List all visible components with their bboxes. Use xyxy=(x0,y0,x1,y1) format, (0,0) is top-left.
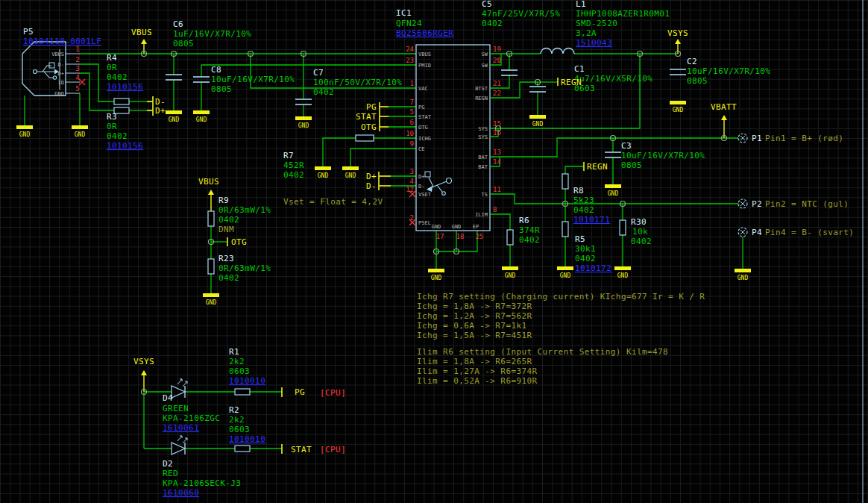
p4-note: Pin4 = B- (svart) xyxy=(765,228,854,237)
component-value: RED xyxy=(163,469,178,478)
pin-number: 10 xyxy=(406,130,414,137)
component-ref: P4 xyxy=(752,228,762,237)
part-number-link[interactable]: 1010156 xyxy=(107,82,143,92)
resistor-body[interactable] xyxy=(562,222,568,237)
resistor-body[interactable] xyxy=(507,230,513,245)
comment-text: Ilim = 0,52A -> R6=910R xyxy=(417,376,538,386)
schematic-sheet[interactable]: GNDGNDGNDGNDGNDGNDGNDGNDGNDGNDGNDGNDGNDG… xyxy=(0,0,868,503)
pin-name: SYS xyxy=(478,134,488,140)
pin-name: PSEL xyxy=(418,220,431,226)
gnd-symbol: GND xyxy=(203,293,219,306)
component-value: GREEN xyxy=(163,404,189,413)
p1-note: Pin1 = B+ (rød) xyxy=(765,134,843,143)
pin-number: 11 xyxy=(493,186,501,193)
net-label: OTG xyxy=(231,237,247,247)
ic1-partnumber[interactable]: BQ25606RGER xyxy=(396,28,453,38)
component-value: 0402 xyxy=(218,273,239,283)
gnd-symbol: GND xyxy=(342,166,359,179)
component-value: 47nF/25V/X7R/5% xyxy=(482,9,560,19)
component-ref: C8 xyxy=(211,65,221,75)
schematic-canvas[interactable]: GNDGNDGNDGNDGNDGNDGNDGNDGNDGNDGNDGNDGNDG… xyxy=(0,0,868,503)
gnd-label: GND xyxy=(75,131,86,138)
component-ref: R8 xyxy=(573,186,584,196)
net-label: PG xyxy=(366,102,377,112)
led-symbol[interactable] xyxy=(172,379,187,398)
gnd-symbol: GND xyxy=(614,266,631,279)
pin-name: ICHG xyxy=(418,136,431,142)
component-value: 0R/63mW/1% xyxy=(218,263,271,273)
led-symbol[interactable] xyxy=(172,436,187,454)
net-label: VSYS xyxy=(133,357,154,366)
component-value: 4u7/16V/X5R/10% xyxy=(574,74,652,84)
net-label: STAT xyxy=(291,445,312,454)
pin-name: GND xyxy=(432,224,441,230)
part-number-link[interactable]: 1010172 xyxy=(575,263,611,273)
part-number-link[interactable]: 1010010 xyxy=(229,434,265,444)
resistor-body[interactable] xyxy=(235,446,250,452)
gnd-symbol: GND xyxy=(166,110,182,123)
component-value: 2k2 xyxy=(229,415,245,425)
component-value: 0603 xyxy=(229,425,250,434)
pin-number: 25 xyxy=(476,233,484,240)
component-ref: R1 xyxy=(229,347,239,357)
gnd-bar xyxy=(614,266,631,270)
gnd-label: GND xyxy=(673,107,684,113)
component-value: 3,2A xyxy=(576,28,597,38)
power-arrow xyxy=(675,39,681,44)
p5-partnumber[interactable]: 10104110-0001LF xyxy=(23,37,101,46)
net-label: VBUS xyxy=(198,177,219,187)
inductor-body[interactable] xyxy=(541,49,574,54)
part-number-link[interactable]: 1610061 xyxy=(163,423,199,433)
comment-text: Ichg = 1,5A -> R7=451R xyxy=(417,331,532,340)
resistor-body[interactable] xyxy=(235,389,250,395)
ichg-note: Ichg R7 setting (Charging current) KIchg… xyxy=(417,292,705,302)
resistor-body[interactable] xyxy=(114,99,129,104)
resistor-body[interactable] xyxy=(208,259,214,274)
component-value: 0805 xyxy=(687,76,708,86)
power-arrow xyxy=(141,39,147,44)
component-value: 374R xyxy=(519,225,540,235)
comment-text: Ilim = 1,27A -> R6=374R xyxy=(417,366,538,376)
usb-icon xyxy=(34,70,37,74)
resistor-body[interactable] xyxy=(620,220,626,235)
usb-connector-body[interactable] xyxy=(22,42,66,96)
gnd-symbol: GND xyxy=(315,166,331,179)
gnd-label: GND xyxy=(617,272,629,279)
power-flag xyxy=(141,370,147,392)
component-value: 0402 xyxy=(631,237,652,246)
part-number-link[interactable]: 1510043 xyxy=(576,38,612,48)
connector-pin[interactable] xyxy=(738,199,747,208)
gnd-bar xyxy=(428,269,444,272)
resistor-body[interactable] xyxy=(562,174,568,189)
pin-name: BAT xyxy=(478,154,488,160)
pin-name: D- xyxy=(58,62,64,68)
pin-number: 17 xyxy=(436,233,444,240)
net-label: REGN xyxy=(561,78,582,87)
connector-pin[interactable] xyxy=(738,134,747,143)
gnd-bar xyxy=(295,116,312,120)
component-value: 0R xyxy=(107,122,117,131)
gnd-bar xyxy=(342,166,359,170)
resistor-body[interactable] xyxy=(208,211,214,226)
component-value: 0402 xyxy=(107,131,128,141)
component-value: 0805 xyxy=(211,84,232,94)
part-number-link[interactable]: 1610060 xyxy=(163,488,199,498)
part-number-link[interactable]: 1010156 xyxy=(107,141,143,151)
power-arrow xyxy=(141,370,147,375)
pin-number: 15 xyxy=(493,120,501,128)
resistor-body[interactable] xyxy=(356,135,374,141)
led-triangle xyxy=(172,386,185,398)
component-ref: IC1 xyxy=(396,8,412,18)
wire xyxy=(491,54,640,128)
part-number-link[interactable]: 1010010 xyxy=(229,376,265,386)
wire xyxy=(491,214,510,230)
pin-name: D+ xyxy=(58,71,64,77)
connector-pin[interactable] xyxy=(738,228,747,237)
pin-name: SYS xyxy=(478,126,488,132)
part-number-link[interactable]: 1010171 xyxy=(573,215,610,225)
component-value: 0402 xyxy=(313,87,334,97)
pin-name: ID xyxy=(58,80,64,86)
pin-number: 1 xyxy=(75,46,79,53)
pin-number: 2 xyxy=(75,56,79,63)
cpu-tag: [CPU] xyxy=(320,445,346,454)
